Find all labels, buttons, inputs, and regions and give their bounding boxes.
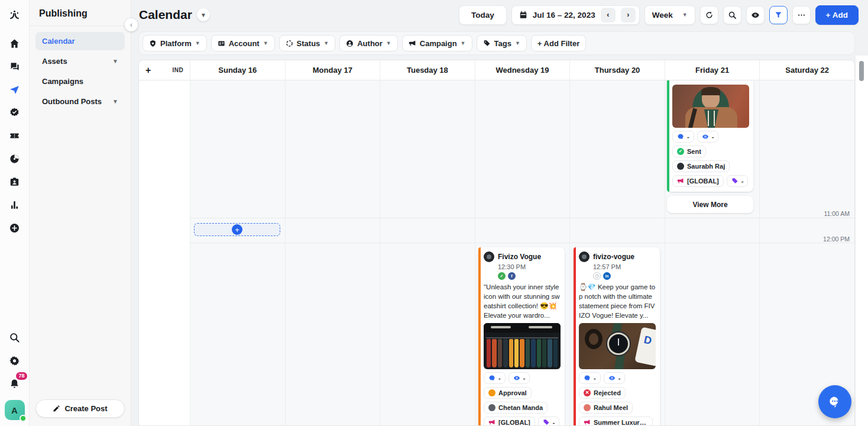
filter-label: Author bbox=[357, 39, 383, 48]
sprinklr-logo-icon bbox=[5, 5, 25, 25]
filter-label: Account bbox=[229, 39, 260, 48]
date-range-picker[interactable]: Jul 16 – 22, 2023 ‹ › bbox=[511, 5, 640, 25]
add-post-label: + Add bbox=[826, 11, 848, 20]
create-post-label: Create Post bbox=[64, 404, 107, 413]
tags-chip: - bbox=[538, 417, 560, 426]
filter-tags[interactable]: Tags ▼ bbox=[477, 35, 527, 51]
support-chat-button[interactable] bbox=[818, 385, 851, 418]
user-avatar[interactable]: A bbox=[5, 400, 25, 420]
published-status-icon: ✓ bbox=[498, 272, 506, 280]
campaign-chip: [GLOBAL] bbox=[672, 175, 724, 187]
calendar-body: 11:00 AM 12:00 PM + bbox=[139, 80, 854, 426]
author-avatar bbox=[584, 404, 591, 411]
comments-metric-chip: - bbox=[672, 131, 694, 143]
add-filter-button[interactable]: + Add Filter bbox=[531, 35, 586, 51]
notifications-bell-icon[interactable]: 78 bbox=[5, 373, 25, 393]
sidebar-item-campaigns[interactable]: Campaigns bbox=[35, 72, 125, 91]
status-chip-approval: Approval bbox=[484, 387, 532, 399]
megaphone-icon bbox=[584, 419, 591, 426]
date-range-label: Jul 16 – 22, 2023 bbox=[533, 11, 595, 20]
conversations-icon[interactable] bbox=[5, 56, 25, 76]
status-label: Approval bbox=[498, 389, 527, 396]
day-column-monday[interactable] bbox=[285, 80, 380, 426]
author-name: Chetan Manda bbox=[498, 404, 543, 411]
platform-badge-icon bbox=[149, 40, 157, 47]
day-column-tuesday[interactable] bbox=[380, 80, 475, 426]
left-icon-rail: 78 A bbox=[0, 0, 30, 426]
comment-icon bbox=[584, 375, 591, 382]
account-name: fivizo-vogue bbox=[593, 253, 634, 261]
publishing-plane-icon[interactable] bbox=[5, 79, 25, 99]
analytics-bars-icon[interactable] bbox=[5, 195, 25, 215]
add-post-button[interactable]: + Add bbox=[815, 5, 859, 25]
title-dropdown-button[interactable]: ▼ bbox=[197, 8, 210, 21]
web-globe-icon[interactable] bbox=[5, 149, 25, 169]
add-circle-icon[interactable] bbox=[5, 218, 25, 238]
filter-author[interactable]: Author ▼ bbox=[339, 35, 398, 51]
post-image-clothing-rack bbox=[484, 323, 561, 369]
next-week-button[interactable]: › bbox=[621, 8, 636, 22]
approvals-badge-icon[interactable] bbox=[5, 102, 25, 122]
chevron-down-icon: ▼ bbox=[323, 40, 329, 46]
day-header-friday: Friday 21 bbox=[665, 60, 760, 80]
chevron-down-icon: ▼ bbox=[461, 40, 466, 46]
settings-gear-icon[interactable] bbox=[5, 350, 25, 370]
author-chip: Saurabh Raj bbox=[672, 160, 730, 172]
prev-week-button[interactable]: ‹ bbox=[601, 8, 616, 22]
tags-value: - bbox=[741, 178, 744, 185]
post-time: 12:30 PM bbox=[498, 263, 561, 270]
views-value: - bbox=[712, 133, 714, 140]
sidebar-item-outbound-posts[interactable]: Outbound Posts ▼ bbox=[35, 92, 125, 111]
sidebar-collapse-button[interactable]: ‹ bbox=[125, 18, 138, 31]
online-status-dot bbox=[20, 415, 27, 422]
post-card-approval[interactable]: Fivizo Vogue 12:30 PM ✓ f "Unleash your … bbox=[478, 247, 565, 426]
add-post-slot[interactable]: + bbox=[194, 223, 280, 236]
contacts-card-icon[interactable] bbox=[5, 172, 25, 192]
sidebar-item-assets[interactable]: Assets ▼ bbox=[35, 52, 125, 70]
create-post-button[interactable]: Create Post bbox=[35, 399, 125, 418]
chevron-down-icon: ▼ bbox=[112, 98, 118, 105]
sidebar-item-calendar[interactable]: Calendar bbox=[35, 32, 125, 50]
day-column-sunday[interactable] bbox=[190, 80, 285, 426]
ellipsis-icon bbox=[797, 11, 806, 20]
preview-eye-button[interactable] bbox=[746, 6, 765, 24]
campaign-name: [GLOBAL] bbox=[687, 178, 719, 185]
status-chip-rejected: ✕ Rejected bbox=[579, 387, 626, 399]
publishing-sidebar: Publishing Calendar Assets ▼ Campaigns O… bbox=[30, 0, 131, 426]
status-label: Sent bbox=[687, 148, 701, 155]
ticket-icon[interactable] bbox=[5, 125, 25, 146]
more-options-button[interactable] bbox=[792, 6, 811, 24]
eye-icon bbox=[513, 375, 520, 382]
today-button[interactable]: Today bbox=[459, 5, 507, 25]
filter-status[interactable]: Status ▼ bbox=[279, 35, 336, 51]
quick-add-icon[interactable]: + bbox=[145, 65, 151, 76]
view-select[interactable]: Week ▼ bbox=[644, 5, 695, 25]
account-card-icon bbox=[218, 40, 225, 47]
eye-icon bbox=[702, 133, 709, 140]
time-label-12pm: 12:00 PM bbox=[806, 235, 850, 243]
chevron-down-icon: ▼ bbox=[263, 40, 268, 46]
app-window: 78 A Publishing Calendar Assets ▼ Campai… bbox=[0, 0, 868, 426]
tags-chip: - bbox=[727, 175, 749, 187]
refresh-button[interactable] bbox=[700, 6, 718, 24]
filter-platform[interactable]: Platform ▼ bbox=[142, 35, 207, 51]
home-icon[interactable] bbox=[5, 33, 25, 53]
filter-campaign[interactable]: Campaign ▼ bbox=[402, 35, 472, 51]
main-content: Calendar ▼ Today Jul 16 – 22, 2023 ‹ › W… bbox=[131, 0, 868, 426]
post-text: "Unleash your inner style icon with our … bbox=[484, 282, 561, 320]
eye-icon bbox=[608, 375, 616, 382]
post-image-man-portrait bbox=[672, 85, 749, 128]
status-label: Rejected bbox=[594, 389, 621, 396]
post-card-rejected[interactable]: fivizo-vogue 12:57 PM ◷ in ⌚💎 Keep your … bbox=[574, 247, 660, 426]
view-more-button[interactable]: View More bbox=[667, 196, 753, 213]
filter-account[interactable]: Account ▼ bbox=[211, 35, 275, 51]
views-metric-chip: - bbox=[509, 372, 530, 384]
day-column-saturday[interactable] bbox=[759, 80, 854, 426]
search-button[interactable] bbox=[723, 6, 741, 24]
campaign-name: Summer Luxury C... bbox=[594, 419, 648, 426]
post-card-sent[interactable]: - - ✓ Sent bbox=[667, 80, 753, 192]
day-header-tuesday: Tuesday 18 bbox=[380, 60, 475, 80]
page-scrollbar-thumb[interactable] bbox=[859, 61, 864, 81]
search-icon[interactable] bbox=[5, 327, 25, 347]
filter-toggle-button[interactable] bbox=[769, 6, 788, 24]
